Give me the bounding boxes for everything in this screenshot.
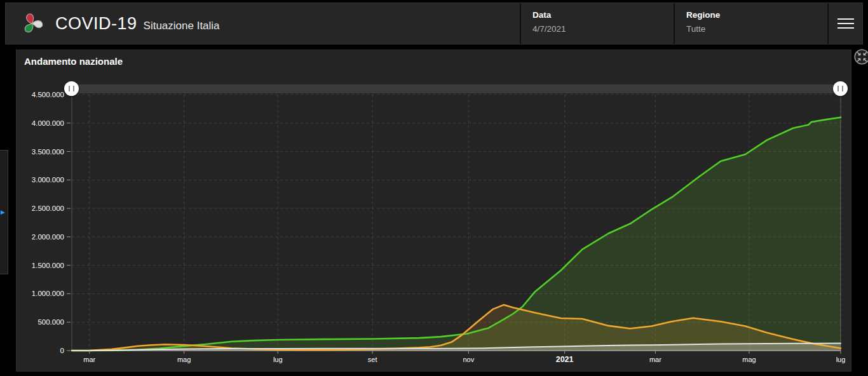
svg-text:2.000.000: 2.000.000 — [32, 233, 64, 241]
region-filter-value: Tutte — [686, 24, 827, 34]
svg-text:0: 0 — [60, 347, 64, 354]
hamburger-menu-icon — [837, 18, 854, 20]
svg-text:1.500.000: 1.500.000 — [32, 262, 64, 269]
civil-protection-logo-icon — [20, 11, 45, 36]
expand-arrow-icon: ▶ — [1, 210, 5, 215]
slider-handle-right[interactable] — [833, 81, 848, 96]
date-filter[interactable]: Data 4/7/2021 — [520, 3, 674, 44]
svg-text:mag: mag — [742, 356, 756, 363]
svg-text:mar: mar — [649, 356, 661, 363]
svg-text:500.000: 500.000 — [37, 318, 64, 326]
slider-handle-left[interactable] — [64, 81, 79, 96]
svg-text:4.000.000: 4.000.000 — [32, 119, 64, 127]
collapse-arrows-icon — [853, 48, 868, 65]
svg-text:mag: mag — [177, 356, 191, 363]
app-title: COVID-19 — [55, 14, 137, 34]
area-green-series — [72, 117, 841, 351]
svg-text:mar: mar — [83, 356, 95, 363]
region-filter[interactable]: Regione Tutte — [674, 3, 827, 44]
region-filter-label: Regione — [686, 10, 827, 20]
svg-text:lug: lug — [836, 356, 846, 363]
svg-text:2021: 2021 — [556, 355, 574, 364]
svg-text:3.500.000: 3.500.000 — [32, 148, 64, 156]
drag-handle-icon — [837, 86, 843, 91]
svg-text:3.000.000: 3.000.000 — [32, 176, 64, 184]
svg-text:lug: lug — [273, 356, 283, 363]
app-subtitle: Situazione Italia — [144, 20, 220, 32]
app-brand: COVID-19 Situazione Italia — [6, 3, 520, 44]
svg-text:4.500.000: 4.500.000 — [32, 91, 64, 98]
collapse-widget-button[interactable] — [853, 48, 868, 65]
chart-panel: Andamento nazionale 0500.0001.000.0001.5… — [16, 50, 851, 372]
drag-handle-icon — [69, 86, 74, 91]
x-axis-labels: marmaglugsetnov2021marmaglug — [83, 351, 845, 364]
expand-side-panel-tab[interactable]: ▶ — [0, 150, 8, 274]
svg-text:set: set — [368, 356, 377, 363]
y-axis-labels: 0500.0001.000.0001.500.0002.000.0002.500… — [32, 91, 71, 354]
menu-button[interactable] — [827, 3, 862, 44]
svg-text:2.500.000: 2.500.000 — [32, 205, 64, 212]
svg-text:1.000.000: 1.000.000 — [32, 290, 64, 297]
andamento-chart[interactable]: 0500.0001.000.0001.500.0002.000.0002.500… — [17, 50, 852, 372]
app-header: COVID-19 Situazione Italia Data 4/7/2021… — [5, 3, 863, 44]
date-filter-value: 4/7/2021 — [532, 24, 674, 34]
series-areas — [72, 117, 841, 351]
date-filter-label: Data — [532, 10, 674, 20]
svg-text:nov: nov — [463, 356, 474, 363]
